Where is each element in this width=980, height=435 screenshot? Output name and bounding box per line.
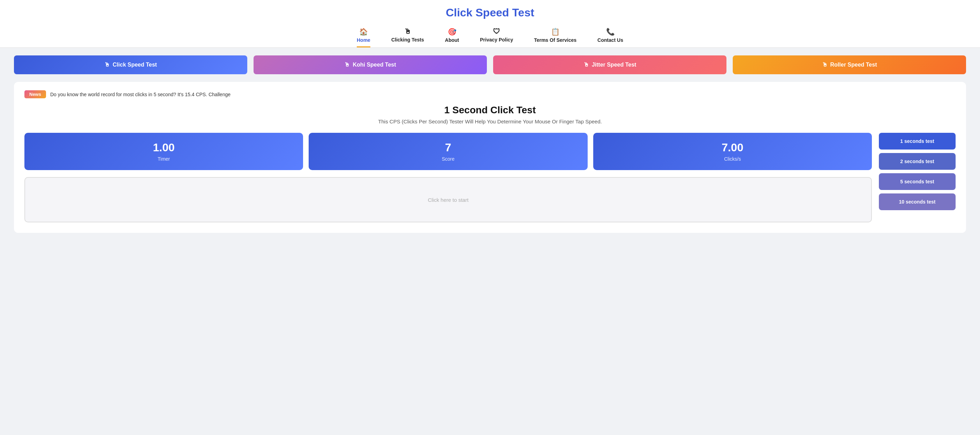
nav-label-contact: Contact Us xyxy=(597,37,623,43)
subnav: 🖱Click Speed Test🖱Kohi Speed Test🖱Jitter… xyxy=(0,48,980,82)
subnav-btn-label-roller-speed: Roller Speed Test xyxy=(830,62,877,68)
click-area[interactable]: Click here to start xyxy=(24,177,872,222)
nav-label-about: About xyxy=(445,37,459,43)
nav-item-terms[interactable]: 📋Terms Of Services xyxy=(534,27,576,48)
mouse-icon: 🖱 xyxy=(344,62,350,68)
news-badge: News xyxy=(24,90,46,98)
mouse-icon: 🖱 xyxy=(822,62,827,68)
about-icon: 🎯 xyxy=(448,27,457,36)
contact-icon: 📞 xyxy=(606,27,615,36)
nav-label-terms: Terms Of Services xyxy=(534,37,576,43)
home-icon: 🏠 xyxy=(359,27,368,36)
site-header: Click Speed Test 🏠Home🖱Clicking Tests🎯Ab… xyxy=(0,0,980,48)
stat-label-clicks: Clicks/s xyxy=(599,156,866,162)
subnav-btn-label-click-speed: Click Speed Test xyxy=(113,62,157,68)
clicking-tests-icon: 🖱 xyxy=(404,27,411,36)
privacy-icon: 🛡 xyxy=(493,27,500,36)
main-content: News Do you know the world record for mo… xyxy=(0,82,980,247)
sidebar-test-btn-5s[interactable]: 5 seconds test xyxy=(879,173,956,190)
site-title: Click Speed Test xyxy=(0,6,980,19)
stat-value-timer: 1.00 xyxy=(30,141,298,154)
nav-label-home: Home xyxy=(357,37,371,43)
click-area-placeholder: Click here to start xyxy=(428,197,469,203)
subnav-btn-label-kohi-speed: Kohi Speed Test xyxy=(353,62,396,68)
nav-item-privacy[interactable]: 🛡Privacy Policy xyxy=(480,27,513,48)
nav-item-contact[interactable]: 📞Contact Us xyxy=(597,27,623,48)
stats-row: 1.00Timer7Score7.00Clicks/s xyxy=(24,133,872,170)
subnav-btn-label-jitter-speed: Jitter Speed Test xyxy=(592,62,636,68)
subnav-btn-kohi-speed[interactable]: 🖱Kohi Speed Test xyxy=(253,56,487,74)
stat-value-clicks: 7.00 xyxy=(599,141,866,154)
mouse-icon: 🖱 xyxy=(104,62,110,68)
page-subtitle: This CPS (Clicks Per Second) Tester Will… xyxy=(24,119,956,124)
stat-label-score: Score xyxy=(314,156,582,162)
sidebar-test-btn-1s[interactable]: 1 seconds test xyxy=(879,133,956,149)
stat-card-timer: 1.00Timer xyxy=(24,133,303,170)
stat-card-score: 7Score xyxy=(309,133,587,170)
nav-item-about[interactable]: 🎯About xyxy=(445,27,459,48)
stat-label-timer: Timer xyxy=(30,156,298,162)
left-panel: 1.00Timer7Score7.00Clicks/s Click here t… xyxy=(24,133,872,222)
terms-icon: 📋 xyxy=(551,27,560,36)
nav-label-privacy: Privacy Policy xyxy=(480,37,513,43)
main-layout: 1.00Timer7Score7.00Clicks/s Click here t… xyxy=(24,133,956,222)
content-card: News Do you know the world record for mo… xyxy=(14,82,966,233)
nav-item-home[interactable]: 🏠Home xyxy=(357,27,371,48)
sidebar-test-btn-10s[interactable]: 10 seconds test xyxy=(879,194,956,210)
stat-card-clicks: 7.00Clicks/s xyxy=(593,133,872,170)
news-bar: News Do you know the world record for mo… xyxy=(24,90,956,98)
right-panel: 1 seconds test2 seconds test5 seconds te… xyxy=(879,133,956,222)
stat-value-score: 7 xyxy=(314,141,582,154)
subnav-btn-click-speed[interactable]: 🖱Click Speed Test xyxy=(14,56,247,74)
nav-item-clicking-tests[interactable]: 🖱Clicking Tests xyxy=(391,27,424,48)
nav-label-clicking-tests: Clicking Tests xyxy=(391,37,424,43)
nav-bar: 🏠Home🖱Clicking Tests🎯About🛡Privacy Polic… xyxy=(0,24,980,48)
news-text: Do you know the world record for most cl… xyxy=(50,92,231,97)
page-title: 1 Second Click Test xyxy=(24,105,956,116)
mouse-icon: 🖱 xyxy=(584,62,589,68)
subnav-btn-roller-speed[interactable]: 🖱Roller Speed Test xyxy=(733,56,966,74)
sidebar-test-btn-2s[interactable]: 2 seconds test xyxy=(879,153,956,170)
subnav-btn-jitter-speed[interactable]: 🖱Jitter Speed Test xyxy=(493,56,727,74)
